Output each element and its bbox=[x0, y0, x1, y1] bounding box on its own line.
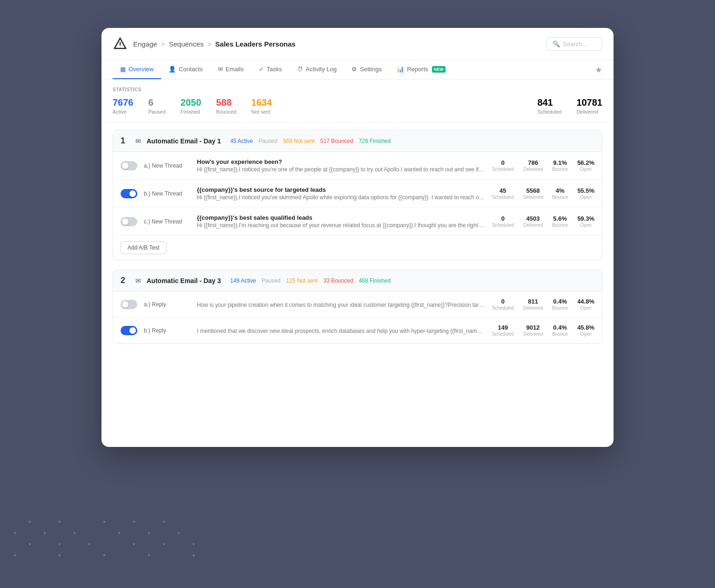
stat-bounced: 588 Bounced bbox=[216, 97, 236, 115]
toggle-2a[interactable] bbox=[121, 300, 137, 309]
stat-bounced-label: Bounced bbox=[216, 109, 236, 115]
search-placeholder: Search... bbox=[563, 41, 587, 47]
metric-delivered-value: 786 bbox=[523, 159, 543, 166]
stat-paused: 6 Paused bbox=[148, 97, 166, 115]
metric-2b-bounce-value: 0.4% bbox=[552, 324, 568, 331]
statistics-section: STATISTICS 7676 Active 6 Paused 2050 Fin… bbox=[101, 80, 614, 122]
toggle-2b[interactable] bbox=[121, 326, 137, 335]
metric-delivered-label: Delivered bbox=[523, 167, 543, 172]
email-1b-metrics: 45 Scheduled 5568 Delivered 4% Bounce 55… bbox=[492, 187, 594, 200]
metric-2a-delivered: 811 Delivered bbox=[523, 298, 543, 311]
step-1-email-c: c.) New Thread {{company}}'s best sales … bbox=[113, 208, 602, 236]
stats-right: 841 Scheduled 10781 Delivered bbox=[537, 97, 602, 115]
metric-2b-delivered-value: 9012 bbox=[523, 324, 543, 331]
email-2b-content: I mentioned that we discover new ideal p… bbox=[197, 327, 486, 334]
metric-1b-delivered: 5568 Delivered bbox=[523, 187, 543, 200]
stat-active: 7676 Active bbox=[113, 97, 134, 115]
stat-active-label: Active bbox=[113, 109, 134, 115]
metric-2a-open: 44.8% Open bbox=[577, 298, 594, 311]
main-content: 1 ✉ Automatic Email - Day 1 45 Active Pa… bbox=[101, 122, 614, 360]
stat-bounced-value: 588 bbox=[216, 97, 236, 108]
favorite-star-icon[interactable]: ★ bbox=[595, 65, 602, 75]
toggle-1b[interactable] bbox=[121, 189, 137, 198]
breadcrumb: Engage > Sequences > Sales Leaders Perso… bbox=[133, 40, 541, 48]
tasks-icon: ✓ bbox=[259, 66, 264, 73]
email-1b-content: {{company}}'s best source for targeted l… bbox=[197, 186, 486, 201]
nav-tabs: ▦ Overview 👤 Contacts ✉ Emails ✓ Tasks ⏱… bbox=[101, 60, 614, 80]
email-1c-preview: Hi {{first_name}},I'm reaching out becau… bbox=[197, 222, 486, 229]
tab-reports-label: Reports bbox=[407, 66, 428, 73]
step-2-block: 2 ✉ Automatic Email - Day 3 149 Active P… bbox=[113, 270, 602, 344]
step-2-email-icon: ✉ bbox=[135, 277, 141, 284]
tab-contacts-label: Contacts bbox=[179, 66, 202, 73]
statistics-label: STATISTICS bbox=[113, 87, 602, 92]
step-2-paused: Paused bbox=[262, 277, 281, 284]
tab-tasks[interactable]: ✓ Tasks bbox=[251, 60, 290, 79]
step-1-header: 1 ✉ Automatic Email - Day 1 45 Active Pa… bbox=[113, 130, 602, 152]
metric-2b-scheduled-label: Scheduled bbox=[492, 331, 514, 337]
tab-settings[interactable]: ⚙ Settings bbox=[344, 60, 389, 79]
tab-activity-log[interactable]: ⏱ Activity Log bbox=[290, 60, 344, 79]
step-2-notsent: 125 Not sent bbox=[286, 277, 318, 284]
metric-bounce-value: 9.1% bbox=[552, 159, 568, 166]
metric-open: 56.2% Open bbox=[577, 159, 594, 172]
step-1-notsent: 569 Not sent bbox=[283, 138, 315, 144]
metric-2b-delivered: 9012 Delivered bbox=[523, 324, 543, 337]
stat-scheduled: 841 Scheduled bbox=[537, 97, 561, 115]
toggle-1c[interactable] bbox=[121, 217, 137, 226]
step-2-email-a: a.) Reply How is your pipeline creation … bbox=[113, 291, 602, 318]
metric-1c-bounce-value: 5.6% bbox=[552, 215, 568, 222]
metric-1c-delivered-label: Delivered bbox=[523, 223, 543, 228]
emails-icon: ✉ bbox=[218, 66, 223, 73]
breadcrumb-root[interactable]: Engage bbox=[133, 40, 157, 48]
step-1-paused: Paused bbox=[258, 138, 277, 144]
search-bar[interactable]: 🔍 Search... bbox=[546, 37, 602, 51]
search-icon: 🔍 bbox=[553, 41, 560, 47]
stat-delivered-label: Delivered bbox=[576, 109, 602, 115]
email-1b-label: b.) New Thread bbox=[144, 190, 190, 197]
email-2a-content: How is your pipeline creation when it co… bbox=[197, 301, 486, 308]
metric-1c-delivered: 4503 Delivered bbox=[523, 215, 543, 228]
stat-finished: 2050 Finished bbox=[181, 97, 202, 115]
email-1a-metrics: 0 Scheduled 786 Delivered 9.1% Bounce 56… bbox=[492, 159, 594, 172]
reports-icon: 📊 bbox=[397, 66, 404, 73]
background-decoration: const starsEl = document.querySelector('… bbox=[9, 519, 199, 560]
overview-icon: ▦ bbox=[120, 66, 126, 73]
stat-scheduled-value: 841 bbox=[537, 97, 561, 108]
metric-2b-scheduled: 149 Scheduled bbox=[492, 324, 514, 337]
stat-finished-value: 2050 bbox=[181, 97, 202, 108]
step-2-number: 2 bbox=[121, 276, 130, 285]
breadcrumb-current: Sales Leaders Personas bbox=[215, 40, 296, 48]
stat-notsent: 1634 Not sent bbox=[251, 97, 272, 115]
email-1c-label: c.) New Thread bbox=[144, 218, 190, 225]
step-1-block: 1 ✉ Automatic Email - Day 1 45 Active Pa… bbox=[113, 130, 602, 260]
email-1a-subject: How's your experience been? bbox=[197, 158, 486, 165]
metric-1b-scheduled: 45 Scheduled bbox=[492, 187, 514, 200]
add-ab-test-button[interactable]: Add A/B Test bbox=[121, 241, 167, 254]
step-1-email-b: b.) New Thread {{company}}'s best source… bbox=[113, 180, 602, 208]
tab-reports[interactable]: 📊 Reports NEW bbox=[389, 60, 453, 79]
tab-contacts[interactable]: 👤 Contacts bbox=[161, 60, 210, 79]
stat-finished-label: Finished bbox=[181, 109, 202, 115]
email-1b-subject: {{company}}'s best source for targeted l… bbox=[197, 186, 486, 193]
metric-open-value: 56.2% bbox=[577, 159, 594, 166]
breadcrumb-mid[interactable]: Sequences bbox=[169, 40, 203, 48]
metric-2a-delivered-value: 811 bbox=[523, 298, 543, 305]
email-2a-label: a.) Reply bbox=[144, 301, 190, 308]
settings-icon: ⚙ bbox=[351, 66, 357, 73]
stat-scheduled-label: Scheduled bbox=[537, 109, 561, 115]
tab-settings-label: Settings bbox=[360, 66, 382, 73]
metric-1b-bounce: 4% Bounce bbox=[552, 187, 568, 200]
stat-delivered: 10781 Delivered bbox=[576, 97, 602, 115]
metric-2b-scheduled-value: 149 bbox=[492, 324, 514, 331]
tab-emails[interactable]: ✉ Emails bbox=[210, 60, 251, 79]
toggle-1a[interactable] bbox=[121, 161, 137, 170]
tab-overview[interactable]: ▦ Overview bbox=[113, 60, 161, 79]
step-1-active: 45 Active bbox=[230, 138, 253, 144]
metric-1c-open-value: 59.3% bbox=[577, 215, 594, 222]
logo bbox=[113, 36, 128, 51]
breadcrumb-sep-1: > bbox=[161, 40, 165, 48]
breadcrumb-sep-2: > bbox=[208, 40, 212, 48]
metric-1b-open-value: 55.5% bbox=[577, 187, 594, 194]
metric-1b-scheduled-label: Scheduled bbox=[492, 195, 514, 200]
